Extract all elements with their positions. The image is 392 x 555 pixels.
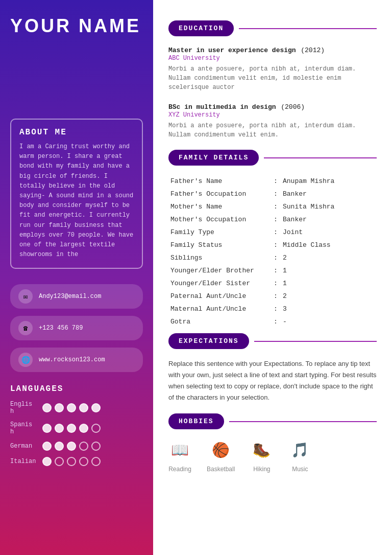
dot [67, 424, 76, 433]
dot [42, 403, 52, 412]
hobby-item: 🥾 Hiking [250, 438, 273, 473]
phone-value: +123 456 789 [39, 325, 83, 332]
user-name: YOUR NAME [10, 15, 141, 37]
family-colon: : [271, 239, 281, 251]
family-label: Father's Name [168, 175, 271, 188]
family-colon: : [271, 200, 281, 213]
family-label: Mother's Occupation [168, 213, 271, 226]
email-icon: ✉ [18, 289, 33, 304]
family-row: Maternal Aunt/Uncle : 3 [168, 303, 377, 315]
hobby-item: 🎵 Music [288, 438, 311, 473]
family-line [264, 157, 377, 158]
dot [55, 457, 64, 466]
hobby-icon: 📖 [168, 438, 191, 461]
family-value: Joint [281, 226, 377, 239]
hobbies-line [229, 421, 377, 422]
family-table: Father's Name : Anupam Mishra Father's O… [168, 175, 377, 328]
family-label: Paternal Aunt/Uncle [168, 290, 271, 303]
hobby-icon: 🥾 [250, 438, 273, 461]
family-value: 2 [281, 251, 377, 264]
website-value: www.rockson123.com [39, 356, 105, 363]
lang-name-italian: Italian [10, 458, 38, 465]
phone-contact: ☎ +123 456 789 [10, 316, 143, 340]
family-colon: : [271, 277, 281, 290]
dot [67, 457, 76, 466]
family-label: Maternal Aunt/Uncle [168, 303, 271, 315]
hobby-label: Music [292, 466, 308, 473]
edu-desc-1: Morbi a ante posuere, porta nibh at, int… [168, 64, 377, 92]
family-row: Father's Occupation : Banker [168, 188, 377, 200]
family-value: Banker [281, 188, 377, 200]
hobbies-row: 📖 Reading 🏀 Basketball 🥾 Hiking 🎵 Music [168, 438, 377, 473]
edu-degree-1: Master in user experience design (2012) [168, 45, 377, 55]
expectations-line [254, 341, 377, 342]
main-content: EDUCATION Master in user experience desi… [153, 0, 392, 555]
family-row: Family Type : Joint [168, 226, 377, 239]
family-colon: : [271, 290, 281, 303]
dot [91, 403, 101, 412]
edu-university-1: ABC University [168, 55, 377, 62]
education-header: EDUCATION [168, 20, 377, 36]
dot [42, 442, 52, 451]
sidebar: YOUR NAME ABOUT ME I am a Caring trust w… [0, 0, 153, 555]
family-colon: : [271, 251, 281, 264]
lang-dots-italian [42, 457, 101, 466]
family-colon: : [271, 303, 281, 315]
family-label: Siblings [168, 251, 271, 264]
lang-dots-english [42, 403, 101, 412]
edu-university-2: XYZ University [168, 111, 377, 119]
edu-entry-2: BSc in multimedia in design (2006) XYZ U… [168, 102, 377, 140]
dot [55, 442, 64, 451]
family-colon: : [271, 213, 281, 226]
about-title: ABOUT ME [19, 128, 134, 137]
family-row: Gotra : - [168, 315, 377, 328]
family-row: Younger/Elder Sister : 1 [168, 277, 377, 290]
family-colon: : [271, 264, 281, 277]
about-box: ABOUT ME I am a Caring trust worthy and … [10, 119, 143, 269]
dot [91, 424, 101, 433]
family-value: 1 [281, 264, 377, 277]
family-value: Banker [281, 213, 377, 226]
hobby-label: Reading [168, 466, 191, 473]
hobbies-badge: HOBBIES [168, 413, 224, 429]
lang-row-german: German [10, 442, 143, 451]
family-value: Sunita Mishra [281, 200, 377, 213]
dot [42, 457, 52, 466]
expectations-badge: EXPECTATIONS [168, 333, 249, 349]
dot [55, 403, 64, 412]
lang-name-spanish: Spanish [10, 421, 38, 435]
hobbies-header: HOBBIES [168, 413, 377, 429]
hobby-item: 📖 Reading [168, 438, 191, 473]
family-value: 2 [281, 290, 377, 303]
dot [42, 424, 52, 433]
web-icon: 🌐 [18, 353, 33, 367]
phone-icon: ☎ [18, 321, 33, 335]
lang-row-spanish: Spanish [10, 421, 143, 435]
dot [79, 442, 88, 451]
dot [91, 457, 101, 466]
family-label: Family Status [168, 239, 271, 251]
edu-entry-1: Master in user experience design (2012) … [168, 45, 377, 92]
family-colon: : [271, 175, 281, 188]
languages-title: LANGUAGES [10, 384, 143, 394]
family-value: 1 [281, 277, 377, 290]
family-label: Younger/Elder Sister [168, 277, 271, 290]
languages-section: LANGUAGES English Spanish German [10, 384, 143, 472]
family-value: 3 [281, 303, 377, 315]
website-contact: 🌐 www.rockson123.com [10, 348, 143, 372]
education-line [239, 28, 377, 29]
edu-degree-2: BSc in multimedia in design (2006) [168, 102, 377, 111]
lang-row-italian: Italian [10, 457, 143, 466]
family-label: Younger/Elder Brother [168, 264, 271, 277]
lang-dots-spanish [42, 424, 101, 433]
family-header: FAMILY DETAILS [168, 150, 377, 166]
family-colon: : [271, 188, 281, 200]
family-value: Anupam Mishra [281, 175, 377, 188]
family-label: Family Type [168, 226, 271, 239]
family-row: Family Status : Middle Class [168, 239, 377, 251]
lang-dots-german [42, 442, 101, 451]
dot [79, 457, 88, 466]
lang-name-english: English [10, 401, 38, 415]
dot [67, 442, 76, 451]
dot [55, 424, 64, 433]
